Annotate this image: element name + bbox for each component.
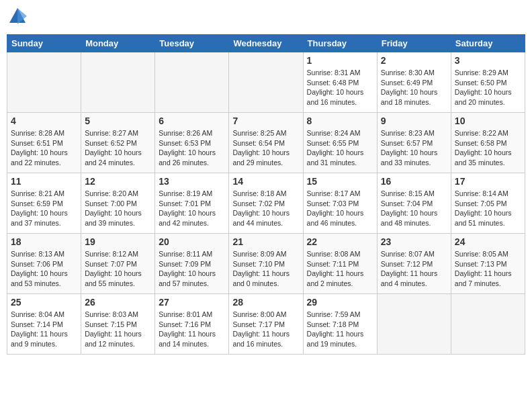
- day-number: 2: [381, 55, 447, 66]
- calendar-cell: 8Sunrise: 8:24 AM Sunset: 6:55 PM Daylig…: [303, 113, 377, 173]
- calendar-cell: 5Sunrise: 8:27 AM Sunset: 6:52 PM Daylig…: [81, 113, 155, 173]
- day-number: 10: [455, 116, 521, 126]
- day-number: 1: [307, 55, 373, 66]
- week-row-1: 4Sunrise: 8:28 AM Sunset: 6:51 PM Daylig…: [7, 113, 525, 173]
- calendar-cell: 12Sunrise: 8:20 AM Sunset: 7:00 PM Dayli…: [81, 173, 155, 234]
- day-detail: Sunrise: 7:59 AM Sunset: 7:18 PM Dayligh…: [307, 310, 373, 349]
- header-sunday: Sunday: [7, 35, 81, 52]
- header-thursday: Thursday: [303, 35, 377, 52]
- calendar-cell: 13Sunrise: 8:19 AM Sunset: 7:01 PM Dayli…: [155, 173, 229, 234]
- calendar-header-row: SundayMondayTuesdayWednesdayThursdayFrid…: [7, 35, 525, 52]
- calendar-cell: 26Sunrise: 8:03 AM Sunset: 7:15 PM Dayli…: [81, 294, 155, 355]
- calendar-cell: 21Sunrise: 8:09 AM Sunset: 7:10 PM Dayli…: [229, 234, 303, 294]
- day-number: 9: [381, 116, 447, 126]
- day-number: 4: [11, 116, 77, 126]
- day-detail: Sunrise: 8:07 AM Sunset: 7:12 PM Dayligh…: [381, 249, 447, 289]
- calendar-cell: 19Sunrise: 8:12 AM Sunset: 7:07 PM Dayli…: [81, 234, 155, 294]
- logo-text: [7, 7, 27, 29]
- calendar-cell: [451, 294, 525, 355]
- day-number: 19: [85, 236, 151, 247]
- calendar-cell: [7, 52, 81, 113]
- day-number: 7: [232, 116, 299, 126]
- day-number: 11: [11, 176, 77, 187]
- calendar-cell: 14Sunrise: 8:18 AM Sunset: 7:02 PM Dayli…: [229, 173, 303, 234]
- day-detail: Sunrise: 8:23 AM Sunset: 6:57 PM Dayligh…: [381, 128, 447, 168]
- calendar-cell: 17Sunrise: 8:14 AM Sunset: 7:05 PM Dayli…: [451, 173, 525, 234]
- calendar-cell: 22Sunrise: 8:08 AM Sunset: 7:11 PM Dayli…: [303, 234, 377, 294]
- calendar-cell: 20Sunrise: 8:11 AM Sunset: 7:09 PM Dayli…: [155, 234, 229, 294]
- header-saturday: Saturday: [451, 35, 525, 52]
- day-detail: Sunrise: 8:28 AM Sunset: 6:51 PM Dayligh…: [11, 128, 77, 168]
- calendar-cell: 4Sunrise: 8:28 AM Sunset: 6:51 PM Daylig…: [7, 113, 81, 173]
- calendar-cell: 27Sunrise: 8:01 AM Sunset: 7:16 PM Dayli…: [155, 294, 229, 355]
- day-number: 13: [159, 176, 225, 187]
- day-detail: Sunrise: 8:26 AM Sunset: 6:53 PM Dayligh…: [159, 128, 225, 168]
- day-number: 28: [232, 297, 299, 308]
- day-detail: Sunrise: 8:11 AM Sunset: 7:09 PM Dayligh…: [159, 249, 225, 289]
- day-number: 14: [232, 176, 299, 187]
- calendar-cell: 9Sunrise: 8:23 AM Sunset: 6:57 PM Daylig…: [377, 113, 451, 173]
- day-number: 21: [232, 236, 299, 247]
- day-detail: Sunrise: 8:20 AM Sunset: 7:00 PM Dayligh…: [85, 189, 151, 228]
- day-detail: Sunrise: 8:12 AM Sunset: 7:07 PM Dayligh…: [85, 249, 151, 289]
- day-number: 12: [85, 176, 151, 187]
- day-number: 22: [307, 236, 373, 247]
- day-number: 18: [11, 236, 77, 247]
- week-row-3: 18Sunrise: 8:13 AM Sunset: 7:06 PM Dayli…: [7, 234, 525, 294]
- page-header: [7, 7, 525, 29]
- logo-icon: [8, 7, 27, 26]
- day-detail: Sunrise: 8:04 AM Sunset: 7:14 PM Dayligh…: [11, 310, 77, 349]
- day-detail: Sunrise: 8:18 AM Sunset: 7:02 PM Dayligh…: [232, 189, 299, 228]
- calendar-cell: 10Sunrise: 8:22 AM Sunset: 6:58 PM Dayli…: [451, 113, 525, 173]
- day-number: 5: [85, 116, 151, 126]
- day-detail: Sunrise: 8:22 AM Sunset: 6:58 PM Dayligh…: [455, 128, 521, 168]
- day-detail: Sunrise: 8:19 AM Sunset: 7:01 PM Dayligh…: [159, 189, 225, 228]
- day-detail: Sunrise: 8:25 AM Sunset: 6:54 PM Dayligh…: [232, 128, 299, 168]
- day-detail: Sunrise: 8:29 AM Sunset: 6:50 PM Dayligh…: [455, 68, 521, 107]
- day-number: 16: [381, 176, 447, 187]
- header-wednesday: Wednesday: [229, 35, 303, 52]
- day-detail: Sunrise: 8:21 AM Sunset: 6:59 PM Dayligh…: [11, 189, 77, 228]
- day-number: 17: [455, 176, 521, 187]
- week-row-4: 25Sunrise: 8:04 AM Sunset: 7:14 PM Dayli…: [7, 294, 525, 355]
- calendar-cell: 28Sunrise: 8:00 AM Sunset: 7:17 PM Dayli…: [229, 294, 303, 355]
- day-detail: Sunrise: 8:00 AM Sunset: 7:17 PM Dayligh…: [232, 310, 299, 349]
- day-number: 27: [159, 297, 225, 308]
- calendar-cell: 7Sunrise: 8:25 AM Sunset: 6:54 PM Daylig…: [229, 113, 303, 173]
- day-detail: Sunrise: 8:09 AM Sunset: 7:10 PM Dayligh…: [232, 249, 299, 289]
- day-detail: Sunrise: 8:31 AM Sunset: 6:48 PM Dayligh…: [307, 68, 373, 107]
- calendar-cell: [81, 52, 155, 113]
- week-row-0: 1Sunrise: 8:31 AM Sunset: 6:48 PM Daylig…: [7, 52, 525, 113]
- logo: [7, 7, 27, 29]
- header-friday: Friday: [377, 35, 451, 52]
- calendar-cell: 24Sunrise: 8:05 AM Sunset: 7:13 PM Dayli…: [451, 234, 525, 294]
- calendar-cell: 18Sunrise: 8:13 AM Sunset: 7:06 PM Dayli…: [7, 234, 81, 294]
- calendar-cell: [229, 52, 303, 113]
- day-number: 3: [455, 55, 521, 66]
- day-detail: Sunrise: 8:15 AM Sunset: 7:04 PM Dayligh…: [381, 189, 447, 228]
- calendar-cell: [377, 294, 451, 355]
- day-detail: Sunrise: 8:24 AM Sunset: 6:55 PM Dayligh…: [307, 128, 373, 168]
- calendar-cell: 2Sunrise: 8:30 AM Sunset: 6:49 PM Daylig…: [377, 52, 451, 113]
- calendar-cell: 29Sunrise: 7:59 AM Sunset: 7:18 PM Dayli…: [303, 294, 377, 355]
- day-number: 24: [455, 236, 521, 247]
- calendar-cell: 16Sunrise: 8:15 AM Sunset: 7:04 PM Dayli…: [377, 173, 451, 234]
- calendar-cell: 11Sunrise: 8:21 AM Sunset: 6:59 PM Dayli…: [7, 173, 81, 234]
- calendar-cell: 23Sunrise: 8:07 AM Sunset: 7:12 PM Dayli…: [377, 234, 451, 294]
- calendar-cell: [155, 52, 229, 113]
- day-number: 6: [159, 116, 225, 126]
- day-number: 26: [85, 297, 151, 308]
- day-number: 15: [307, 176, 373, 187]
- calendar-table: SundayMondayTuesdayWednesdayThursdayFrid…: [7, 34, 525, 355]
- calendar-cell: 1Sunrise: 8:31 AM Sunset: 6:48 PM Daylig…: [303, 52, 377, 113]
- day-number: 25: [11, 297, 77, 308]
- header-tuesday: Tuesday: [155, 35, 229, 52]
- day-detail: Sunrise: 8:03 AM Sunset: 7:15 PM Dayligh…: [85, 310, 151, 349]
- calendar-cell: 15Sunrise: 8:17 AM Sunset: 7:03 PM Dayli…: [303, 173, 377, 234]
- day-detail: Sunrise: 8:17 AM Sunset: 7:03 PM Dayligh…: [307, 189, 373, 228]
- day-number: 23: [381, 236, 447, 247]
- day-number: 8: [307, 116, 373, 126]
- calendar-cell: 3Sunrise: 8:29 AM Sunset: 6:50 PM Daylig…: [451, 52, 525, 113]
- day-number: 20: [159, 236, 225, 247]
- calendar-cell: 6Sunrise: 8:26 AM Sunset: 6:53 PM Daylig…: [155, 113, 229, 173]
